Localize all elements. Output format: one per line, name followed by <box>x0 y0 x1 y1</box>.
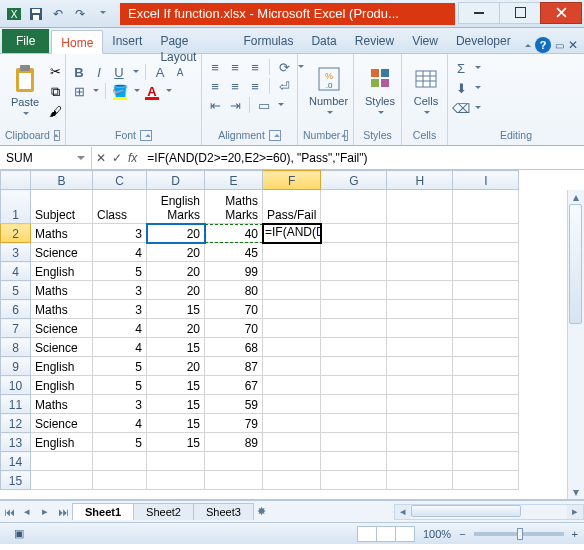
cell-G2[interactable] <box>321 224 387 243</box>
cancel-formula-icon[interactable]: ✕ <box>96 151 106 165</box>
cell-C1[interactable]: Class <box>93 190 147 224</box>
cell-G12[interactable] <box>321 414 387 433</box>
cell-F3[interactable] <box>263 243 321 262</box>
cell-F5[interactable] <box>263 281 321 300</box>
zoom-slider[interactable] <box>474 532 564 536</box>
cell-H4[interactable] <box>387 262 453 281</box>
cell-F7[interactable] <box>263 319 321 338</box>
clipboard-dialog-icon[interactable] <box>54 130 60 141</box>
alignment-dialog-icon[interactable] <box>269 130 281 141</box>
autosum-menu-icon[interactable] <box>473 61 481 75</box>
cell-C11[interactable]: 3 <box>93 395 147 414</box>
cell-C2[interactable]: 3 <box>93 224 147 243</box>
col-header-B[interactable]: B <box>31 171 93 190</box>
fill-menu-icon[interactable] <box>473 81 481 95</box>
zoom-thumb[interactable] <box>517 528 523 540</box>
cell-I4[interactable] <box>453 262 519 281</box>
font-color-menu-icon[interactable] <box>164 84 172 98</box>
formula-input[interactable]: =IF(AND(D2>=20,E2>=60), "Pass","Fail") <box>141 151 584 165</box>
cell-E4[interactable]: 99 <box>205 262 263 281</box>
cell-B6[interactable]: Maths <box>31 300 93 319</box>
cell-B1[interactable]: Subject <box>31 190 93 224</box>
decrease-indent-icon[interactable]: ⇤ <box>207 97 223 113</box>
cell-C13[interactable]: 5 <box>93 433 147 452</box>
cell-D3[interactable]: 20 <box>147 243 205 262</box>
vscroll-thumb[interactable] <box>569 204 582 324</box>
align-bottom-icon[interactable]: ≡ <box>247 59 263 75</box>
page-break-view-button[interactable] <box>395 526 415 542</box>
number-format-button[interactable]: %.0 Number <box>303 63 354 121</box>
cell-F1[interactable]: Pass/Fail <box>263 190 321 224</box>
cell-E3[interactable]: 45 <box>205 243 263 262</box>
row-header-3[interactable]: 3 <box>1 243 31 262</box>
cell-C15[interactable] <box>93 471 147 490</box>
cell-F8[interactable] <box>263 338 321 357</box>
cell-F10[interactable] <box>263 376 321 395</box>
zoom-in-icon[interactable]: + <box>572 528 578 540</box>
cell-F12[interactable] <box>263 414 321 433</box>
increase-indent-icon[interactable]: ⇥ <box>227 97 243 113</box>
cell-D12[interactable]: 15 <box>147 414 205 433</box>
row-header-11[interactable]: 11 <box>1 395 31 414</box>
cell-D6[interactable]: 15 <box>147 300 205 319</box>
help-icon[interactable]: ? <box>535 37 551 53</box>
cell-B2[interactable]: Maths <box>31 224 93 243</box>
borders-icon[interactable]: ⊞ <box>71 83 87 99</box>
tab-view[interactable]: View <box>403 29 447 53</box>
cell-B3[interactable]: Science <box>31 243 93 262</box>
font-color-icon[interactable]: A <box>144 83 160 99</box>
row-header-4[interactable]: 4 <box>1 262 31 281</box>
cell-G13[interactable] <box>321 433 387 452</box>
hscroll-thumb[interactable] <box>411 505 521 517</box>
cell-D10[interactable]: 15 <box>147 376 205 395</box>
tab-data[interactable]: Data <box>302 29 345 53</box>
cell-F6[interactable] <box>263 300 321 319</box>
undo-icon[interactable]: ↶ <box>48 4 68 24</box>
orientation-icon[interactable]: ⟳ <box>276 59 292 75</box>
zoom-level[interactable]: 100% <box>423 528 451 540</box>
cell-I5[interactable] <box>453 281 519 300</box>
cell-G1[interactable] <box>321 190 387 224</box>
cell-C6[interactable]: 3 <box>93 300 147 319</box>
sheet-nav-next-icon[interactable]: ▸ <box>36 503 54 521</box>
cell-E6[interactable]: 70 <box>205 300 263 319</box>
cell-H14[interactable] <box>387 452 453 471</box>
cell-E1[interactable]: MathsMarks <box>205 190 263 224</box>
cell-I8[interactable] <box>453 338 519 357</box>
cell-E7[interactable]: 70 <box>205 319 263 338</box>
copy-icon[interactable]: ⧉ <box>47 84 63 100</box>
normal-view-button[interactable] <box>357 526 377 542</box>
page-layout-view-button[interactable] <box>376 526 396 542</box>
cell-E2[interactable]: 40 <box>205 224 263 243</box>
cell-E8[interactable]: 68 <box>205 338 263 357</box>
cell-C12[interactable]: 4 <box>93 414 147 433</box>
cell-D7[interactable]: 20 <box>147 319 205 338</box>
cell-H5[interactable] <box>387 281 453 300</box>
cell-F4[interactable] <box>263 262 321 281</box>
minimize-ribbon-icon[interactable] <box>520 38 531 52</box>
number-dialog-icon[interactable] <box>344 130 348 141</box>
merge-icon[interactable]: ▭ <box>256 97 272 113</box>
cell-H9[interactable] <box>387 357 453 376</box>
app-close-icon[interactable]: ✕ <box>568 38 578 52</box>
scroll-left-icon[interactable]: ◂ <box>395 505 411 519</box>
cell-H1[interactable] <box>387 190 453 224</box>
cell-I2[interactable] <box>453 224 519 243</box>
cell-G9[interactable] <box>321 357 387 376</box>
fill-icon[interactable]: ⬇ <box>453 80 469 96</box>
row-header-2[interactable]: 2 <box>1 224 31 243</box>
cell-H8[interactable] <box>387 338 453 357</box>
tab-page-layout[interactable]: Page Layout <box>151 29 234 53</box>
cut-icon[interactable]: ✂ <box>47 64 63 80</box>
cell-D15[interactable] <box>147 471 205 490</box>
cell-I7[interactable] <box>453 319 519 338</box>
minimize-button[interactable] <box>458 2 500 24</box>
cells-button[interactable]: Cells <box>407 63 445 121</box>
tab-home[interactable]: Home <box>51 30 103 54</box>
name-box[interactable]: SUM <box>0 147 92 169</box>
col-header-I[interactable]: I <box>453 171 519 190</box>
cell-E11[interactable]: 59 <box>205 395 263 414</box>
cell-G4[interactable] <box>321 262 387 281</box>
cell-D9[interactable]: 20 <box>147 357 205 376</box>
cell-G15[interactable] <box>321 471 387 490</box>
